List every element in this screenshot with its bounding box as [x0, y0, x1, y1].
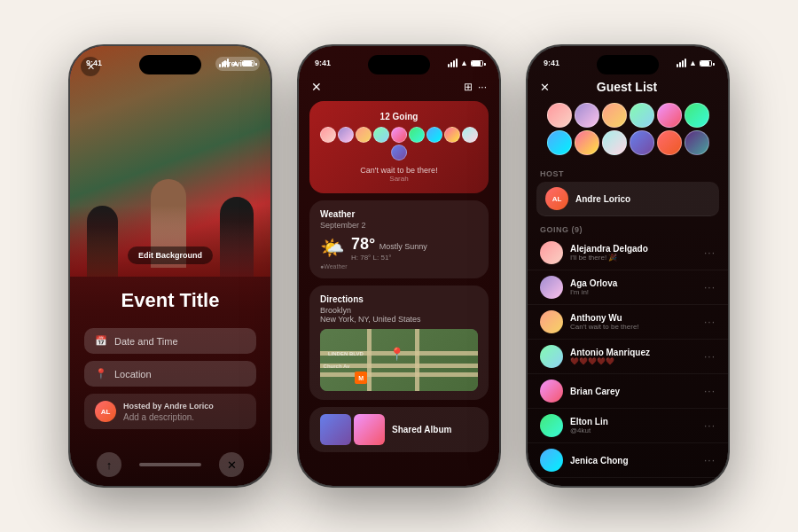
guest-more-icon[interactable]: ···	[704, 281, 716, 293]
phone3-close-button[interactable]: ✕	[540, 81, 550, 94]
guest-avatar-mini	[409, 127, 425, 143]
guest-item-aga: Aga Orlova I'm in! ···	[528, 270, 728, 305]
wifi-icon-1: ▲	[231, 59, 239, 67]
guest-sub: @4kut	[570, 426, 697, 434]
directions-widget: Directions Brooklyn New York, NY, United…	[309, 286, 489, 400]
phone-3: 9:41 ▲ ✕ Guest List	[526, 44, 730, 488]
directions-address: New York, NY, United States	[320, 315, 420, 324]
guest-avatar-mini	[444, 127, 460, 143]
comment-text: Can't wait to be there!	[320, 166, 478, 175]
guest-name: Alejandra Delgado	[570, 244, 697, 254]
host-name: Andre Lorico	[575, 194, 710, 204]
guest-avatar-mini	[426, 127, 442, 143]
guest-more-icon[interactable]: ···	[704, 350, 716, 363]
guest-avatar	[540, 310, 563, 333]
guest-list: Alejandra Delgado I'll be there! 🎉 ··· A…	[528, 236, 728, 478]
phone1-bottom-bar: ↑ ✕	[70, 452, 270, 477]
guest-avatar-mini	[391, 127, 407, 143]
host-avatar: AL	[95, 401, 116, 422]
hosted-by-text: Hosted by Andre Lorico	[123, 402, 214, 411]
guest-name: Anthony Wu	[570, 313, 697, 323]
guest-avatar	[540, 276, 563, 299]
shared-album-widget: Shared Album	[309, 407, 489, 452]
cluster-avatar	[685, 103, 709, 128]
album-thumb-1	[320, 414, 351, 445]
phone2-grid-icon[interactable]: ⊞	[464, 81, 473, 93]
going-section-label: GOING (9)	[528, 220, 728, 236]
weather-label: Weather	[320, 209, 478, 219]
cluster-avatar	[630, 103, 654, 128]
guest-avatar	[540, 379, 563, 403]
close-bottom-icon[interactable]: ✕	[219, 452, 244, 477]
guest-sub: ❤️❤️❤️❤️❤️	[570, 357, 697, 365]
date-field[interactable]: 📅 Date and Time	[84, 328, 256, 354]
weather-badge: ●Weather	[320, 263, 478, 270]
comment-author: Sarah	[320, 175, 478, 183]
guest-sub: I'm in!	[570, 288, 697, 296]
phone-1: 9:41 ▲	[68, 44, 272, 488]
guest-more-icon[interactable]: ···	[704, 385, 716, 397]
guest-avatar	[540, 345, 563, 368]
going-count: 12 Going	[320, 112, 478, 121]
guest-list-title: Guest List	[550, 80, 704, 94]
guest-sub: I'll be there! 🎉	[570, 254, 697, 262]
status-time-3: 9:41	[544, 59, 559, 67]
status-time-1: 9:41	[86, 59, 102, 67]
guest-avatar-mini	[356, 127, 372, 143]
guest-avatar	[540, 414, 563, 437]
guest-more-icon[interactable]: ···	[704, 316, 716, 328]
weather-low: H: 78° L: 51°	[351, 254, 427, 262]
host-section: AL Hosted by Andre Lorico Add a descript…	[84, 394, 256, 429]
photo-area: ✕ Preview Edit Background	[70, 46, 270, 277]
guest-avatar	[540, 449, 563, 472]
directions-label: Directions	[320, 294, 478, 304]
phone2-more-icon[interactable]: ···	[478, 81, 487, 93]
guest-item-brian: Brian Carey ···	[528, 374, 728, 409]
host-avatar-sm: AL	[545, 187, 568, 210]
add-description-text: Add a description.	[123, 412, 214, 422]
cluster-avatar	[602, 103, 627, 128]
cluster-avatar	[547, 130, 572, 155]
shared-album-label: Shared Album	[392, 425, 451, 434]
guest-more-icon[interactable]: ···	[704, 419, 716, 432]
guest-name-brian: Brian Carey	[570, 387, 697, 396]
cluster-avatar	[630, 130, 654, 155]
guest-sub: Can't wait to be there!	[570, 323, 697, 331]
cluster-avatar	[657, 103, 682, 128]
guest-name: Jenica Chong	[570, 456, 697, 466]
weather-temp: 78°	[351, 235, 375, 253]
map-preview[interactable]: LINDEN BLVD Church Av 📍 M	[320, 329, 478, 391]
cluster-avatar	[657, 130, 682, 155]
dynamic-island-2	[368, 55, 430, 74]
weather-date: September 2	[320, 221, 478, 230]
cluster-avatar	[602, 130, 627, 155]
share-icon[interactable]: ↑	[97, 452, 121, 477]
dynamic-island-3	[597, 55, 659, 74]
guest-more-icon[interactable]: ···	[704, 454, 716, 466]
guest-avatar-mini	[373, 127, 389, 143]
guest-avatar-cluster	[528, 103, 728, 166]
event-title: Event Title	[84, 289, 256, 312]
host-item: AL Andre Lorico	[536, 182, 719, 216]
phone-2: 9:41 ▲ ✕ ⊞ ···	[297, 44, 501, 488]
location-icon: 📍	[95, 368, 107, 379]
host-section-label: HOST	[528, 166, 728, 182]
guest-more-icon[interactable]: ···	[704, 246, 716, 259]
guest-avatar-mini	[320, 127, 336, 143]
weather-widget: Weather September 2 🌤️ 78° Mostly Sunny …	[309, 200, 489, 278]
location-field[interactable]: 📍 Location	[84, 361, 256, 387]
guest-name: Elton Lin	[570, 417, 697, 426]
guest-name: Aga Orlova	[570, 278, 697, 288]
edit-background-button[interactable]: Edit Background	[128, 246, 213, 264]
dynamic-island-1	[139, 55, 201, 74]
cluster-avatar	[575, 103, 599, 128]
guest-item-anthony: Anthony Wu Can't wait to be there! ···	[528, 305, 728, 340]
calendar-icon: 📅	[95, 335, 107, 347]
guest-item-jenica: Jenica Chong ···	[528, 443, 728, 478]
guest-avatar-mini	[462, 127, 478, 143]
cluster-avatar	[575, 130, 599, 155]
cluster-avatar	[685, 130, 709, 155]
status-time-2: 9:41	[315, 59, 331, 67]
phone2-close-button[interactable]: ✕	[311, 80, 322, 94]
directions-city: Brooklyn	[320, 306, 351, 315]
